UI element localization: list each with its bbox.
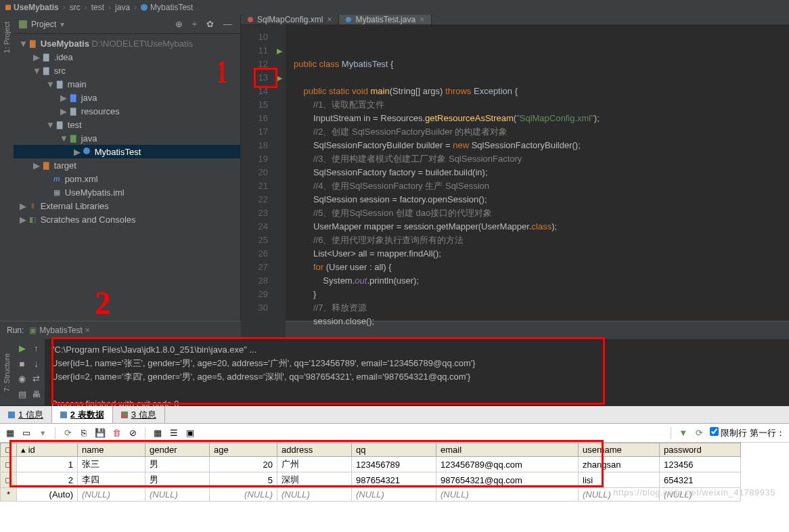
project-tool-stripe[interactable]: 1: Project (0, 15, 14, 321)
settings-icon[interactable]: ✿ (204, 18, 217, 30)
tree-root[interactable]: ▼▇ UseMybatis D:\NODELET\UseMybatis (14, 37, 240, 50)
copy-icon[interactable]: ⎘ (78, 427, 90, 439)
tree-idea[interactable]: ▶▇ .idea (14, 50, 240, 64)
table-row[interactable]: □ 1 张三 男 20 广州 123456789 123456789@qq.co… (1, 457, 741, 472)
tree-main-java[interactable]: ▶▇ java (14, 91, 240, 104)
code-editor[interactable]: 1011121314151617181920212223242526272829… (241, 25, 789, 342)
filter-icon[interactable]: ▼ (677, 427, 690, 439)
hide-icon[interactable]: — (221, 18, 235, 30)
layout-icon[interactable]: ▤ (16, 389, 28, 402)
project-title: Project (31, 20, 56, 29)
col-username[interactable]: username (579, 443, 660, 457)
delete-icon[interactable]: 🗑 (110, 427, 122, 439)
view-form-icon[interactable]: ▣ (184, 427, 196, 439)
limit-rows-check[interactable]: 限制行 第一行： (710, 427, 785, 439)
locate-icon[interactable]: ⊕ (173, 18, 185, 30)
close-icon[interactable]: × (327, 15, 332, 24)
run-label: Run: (7, 326, 24, 335)
col-email[interactable]: email (436, 443, 579, 457)
tree-scratches[interactable]: ▶◧ Scratches and Consoles (14, 213, 240, 226)
project-icon (19, 20, 27, 28)
gutter-markers[interactable]: ▶▶ (273, 25, 286, 342)
bc-java[interactable]: java (115, 3, 130, 12)
form-icon[interactable]: ▭ (20, 427, 32, 439)
run-toolbar: ▶ ↑ ■ ↓ ◉ ⇄ ▤ 🖶 (14, 339, 45, 405)
debug-icon[interactable]: ◉ (16, 374, 28, 386)
table-row-new[interactable]: * (Auto) (NULL) (NULL) (NULL) (NULL) (NU… (1, 488, 741, 502)
close-icon[interactable]: × (420, 15, 424, 24)
structure-tool-stripe[interactable]: 7: Structure (0, 339, 14, 405)
row-header-corner[interactable]: □ (1, 443, 17, 457)
bc-root[interactable]: UseMybatis (5, 3, 59, 12)
view-text-icon[interactable]: ☰ (168, 427, 180, 439)
up-icon[interactable]: ↑ (30, 343, 42, 356)
grid-icon[interactable]: ▦ (4, 427, 16, 439)
col-gender[interactable]: gender (145, 443, 210, 457)
data-grid[interactable]: □ ▴ id name gender age address qq email … (0, 443, 741, 502)
dropdown-icon[interactable]: ▾ (37, 427, 49, 439)
tree-src[interactable]: ▼▇ src (14, 64, 240, 77)
col-age[interactable]: age (210, 443, 277, 457)
editor-tabs: SqlMapConfig.xml × MybatisTest.java × (241, 15, 789, 25)
col-id[interactable]: ▴ id (17, 443, 78, 457)
tree-mybatis-test[interactable]: ▶ MybatisTest (14, 145, 240, 158)
tree-test-java[interactable]: ▼▇ java (14, 131, 240, 145)
tree-iml[interactable]: ▦ UseMybatis.iml (14, 185, 240, 199)
col-address[interactable]: address (277, 443, 352, 457)
code-content[interactable]: public class MybatisTest { public static… (286, 25, 600, 342)
col-qq[interactable]: qq (352, 443, 436, 457)
bc-test[interactable]: test (91, 3, 104, 12)
bc-src[interactable]: src (70, 3, 81, 12)
tree-test[interactable]: ▼▇ test (14, 118, 240, 131)
tree-ext-libs[interactable]: ▶⫴ External Libraries (14, 199, 240, 213)
bc-class[interactable]: MybatisTest (141, 3, 193, 12)
console-output[interactable]: "C:\Program Files\Java\jdk1.8.0_251\bin\… (45, 339, 789, 405)
view-grid-icon[interactable]: ▦ (152, 427, 164, 439)
tree-main[interactable]: ▼▇ main (14, 77, 240, 91)
project-tool-window: Project ▾ ⊕ ÷ ✿ — ▼▇ UseMybatis D:\NODEL… (14, 15, 241, 321)
stop-button[interactable]: ■ (16, 359, 28, 372)
run-config[interactable]: ▣MybatisTest× (29, 326, 89, 335)
col-password[interactable]: password (660, 443, 741, 457)
xml-icon (248, 17, 253, 22)
tab-sqlmapconfig[interactable]: SqlMapConfig.xml × (241, 15, 339, 24)
tree-pom[interactable]: m pom.xml (14, 172, 240, 185)
tab-mybatistest[interactable]: MybatisTest.java × (339, 15, 432, 24)
soft-wrap-icon[interactable]: ⇄ (30, 374, 42, 386)
gutter: 1011121314151617181920212223242526272829… (241, 25, 273, 342)
run-button[interactable]: ▶ (16, 343, 28, 356)
breadcrumb: UseMybatis › src › test › java › Mybatis… (0, 0, 789, 15)
down-icon[interactable]: ↓ (30, 359, 42, 372)
refresh-icon[interactable]: ⟳ (62, 427, 74, 439)
db-tab-tabledata[interactable]: 2 表数据 (52, 406, 113, 423)
table-row[interactable]: □ 2 李四 男 5 深圳 987654321 987654321@qq.com… (1, 472, 741, 488)
reload-icon[interactable]: ⟳ (694, 427, 706, 439)
collapse-icon[interactable]: ÷ (189, 18, 200, 30)
db-tab-info1[interactable]: 1 信息 (0, 406, 52, 423)
scroll-icon[interactable]: 🖶 (30, 389, 42, 402)
save-icon[interactable]: 💾 (94, 427, 106, 439)
tree-resources[interactable]: ▶▇ resources (14, 104, 240, 118)
cancel-icon[interactable]: ⊘ (127, 427, 139, 439)
tree-target[interactable]: ▶▇ target (14, 158, 240, 172)
db-toolbar: ▦ ▭ ▾ ⟳ ⎘ 💾 🗑 ⊘ ▦ ☰ ▣ ▼ ⟳ 限制行 第一行： (0, 424, 789, 443)
db-tabs: 1 信息 2 表数据 3 信息 (0, 406, 789, 424)
db-tab-info2[interactable]: 3 信息 (113, 406, 165, 423)
java-class-icon (346, 17, 351, 22)
col-name[interactable]: name (78, 443, 145, 457)
